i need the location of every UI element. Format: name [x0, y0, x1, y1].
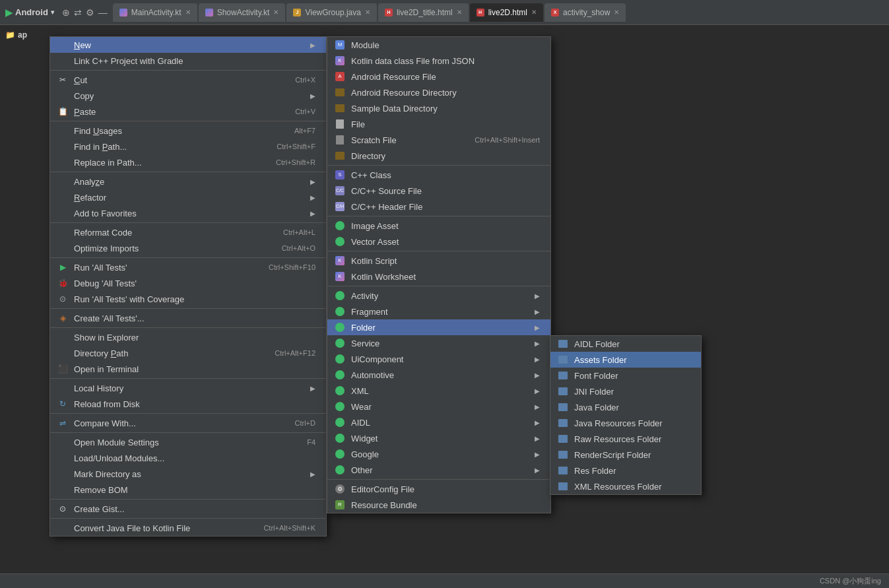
menu-item-automotive[interactable]: Automotive ▶	[327, 367, 550, 383]
menu-item-java-folder[interactable]: Java Folder	[550, 399, 701, 415]
resource-bundle-icon: R	[334, 499, 346, 511]
menu-item-compare[interactable]: ⇌ Compare With... Ctrl+D	[50, 415, 326, 431]
menu-item-cpp-header[interactable]: C/H C/C++ Header File	[327, 199, 550, 214]
menu-item-module[interactable]: M Module	[327, 37, 550, 53]
menu-item-copy[interactable]: Copy ▶	[50, 88, 326, 104]
menu-item-android-res-file[interactable]: A Android Resource File	[327, 69, 550, 84]
menu-item-google[interactable]: Google ▶	[327, 446, 550, 462]
menu-item-activity[interactable]: Activity ▶	[327, 288, 550, 304]
close-icon[interactable]: ✕	[185, 9, 191, 16]
menu-item-create-tests[interactable]: ◈ Create 'All Tests'...	[50, 310, 326, 326]
android-res-file-icon: A	[334, 71, 346, 82]
menu-item-wear[interactable]: Wear ▶	[327, 399, 550, 414]
menu-item-add-favorites[interactable]: Add to Favorites ▶	[50, 205, 326, 221]
tab-live2d[interactable]: H live2D.html ✕	[470, 3, 543, 22]
menu-item-local-history[interactable]: Local History ▶	[50, 380, 326, 396]
menu-item-service[interactable]: Service ▶	[327, 335, 550, 351]
menu-item-mark-dir[interactable]: Mark Directory as ▶	[50, 466, 326, 482]
xml-arrow: ▶	[535, 387, 540, 395]
menu-item-font-folder[interactable]: Font Folder	[550, 368, 701, 383]
close-icon-3[interactable]: ✕	[365, 9, 370, 16]
menu-item-editorconfig[interactable]: ⚙ EditorConfig File	[327, 481, 550, 497]
new-icon	[57, 39, 69, 51]
menu-item-directory[interactable]: Directory	[327, 148, 550, 164]
scratch-file-icon	[334, 134, 346, 146]
menu-item-remove-bom[interactable]: Remove BOM	[50, 482, 326, 498]
tab-live2d-title[interactable]: H live2D_title.html ✕	[378, 3, 469, 22]
menu-item-cpp-class[interactable]: S C++ Class	[327, 167, 550, 183]
menu-item-uicomponent[interactable]: UiComponent ▶	[327, 351, 550, 367]
menu-item-reformat[interactable]: Reformat Code Ctrl+Alt+L	[50, 224, 326, 240]
cpp-class-icon: S	[334, 169, 346, 181]
folder-arrow: ▶	[535, 324, 540, 331]
menu-item-dir-path[interactable]: Directory Path Ctrl+Alt+F12	[50, 345, 326, 361]
menu-item-optimize-imports[interactable]: Optimize Imports Ctrl+Alt+O	[50, 240, 326, 256]
menu-item-find-usages[interactable]: Find Usages Alt+F7	[50, 123, 326, 139]
tab-viewgroup[interactable]: J ViewGroup.java ✕	[286, 3, 377, 22]
android-label[interactable]: ▶ Android ▾	[5, 7, 54, 18]
menu-item-other[interactable]: Other ▶	[327, 462, 550, 478]
menu-item-convert-kotlin[interactable]: Convert Java File to Kotlin File Ctrl+Al…	[50, 520, 326, 536]
menu-item-refactor[interactable]: Refactor ▶	[50, 189, 326, 205]
menu-item-vector-asset[interactable]: Vector Asset	[327, 234, 550, 249]
menu-item-find-in-path[interactable]: Find in Path... Ctrl+Shift+F	[50, 139, 326, 154]
menu-item-kotlin-worksheet[interactable]: K Kotlin Worksheet	[327, 269, 550, 284]
menu-item-xml-resources-folder[interactable]: XML Resources Folder	[550, 478, 701, 494]
menu-item-fragment[interactable]: Fragment ▶	[327, 304, 550, 319]
close-icon-6[interactable]: ✕	[614, 9, 619, 16]
menu-item-scratch-file[interactable]: Scratch File Ctrl+Alt+Shift+Insert	[327, 132, 550, 148]
menu-item-new[interactable]: New ▶	[50, 37, 326, 53]
close-icon-2[interactable]: ✕	[273, 9, 279, 16]
menu-item-create-gist[interactable]: ⊙ Create Gist...	[50, 501, 326, 517]
android-icon: ▶	[5, 7, 13, 18]
menu-item-reload[interactable]: ↻ Reload from Disk	[50, 396, 326, 412]
tab-mainactivity[interactable]: MainActivity.kt ✕	[113, 3, 197, 22]
status-bar: CSDN @小狗蛋ing	[0, 573, 889, 588]
tab-showactivity[interactable]: ShowActivity.kt ✕	[199, 3, 286, 22]
close-icon-5[interactable]: ✕	[531, 9, 537, 16]
service-icon	[334, 337, 346, 349]
menu-item-kotlin-json[interactable]: K Kotlin data class File from JSON	[327, 53, 550, 69]
menu-item-debug-tests[interactable]: 🐞 Debug 'All Tests'	[50, 275, 326, 291]
menu-item-kotlin-script[interactable]: K Kotlin Script	[327, 253, 550, 269]
menu-item-resource-bundle[interactable]: R Resource Bundle	[327, 497, 550, 513]
create-test-icon: ◈	[57, 312, 69, 324]
tab-activity-show[interactable]: X activity_show ✕	[544, 3, 626, 22]
toolbar-icon-4[interactable]: —	[98, 7, 108, 18]
menu-item-jni-folder[interactable]: JNI Folder	[550, 383, 701, 399]
menu-item-run-tests[interactable]: ▶ Run 'All Tests' Ctrl+Shift+F10	[50, 259, 326, 275]
menu-item-res-folder[interactable]: Res Folder	[550, 463, 701, 478]
menu-item-renderscript-folder[interactable]: RenderScript Folder	[550, 447, 701, 463]
menu-item-cut[interactable]: ✂ Cut Ctrl+X	[50, 72, 326, 88]
menu-item-sample-data-dir[interactable]: Sample Data Directory	[327, 100, 550, 116]
menu-item-image-asset[interactable]: Image Asset	[327, 218, 550, 234]
refactor-icon	[57, 191, 69, 203]
menu-item-cpp-source[interactable]: C/C C/C++ Source File	[327, 183, 550, 199]
sep-5	[50, 257, 326, 258]
menu-item-android-res-dir[interactable]: Android Resource Directory	[327, 84, 550, 100]
res-folder-icon	[557, 465, 569, 476]
menu-item-link-cpp[interactable]: Link C++ Project with Gradle	[50, 53, 326, 69]
sep-6	[50, 308, 326, 309]
menu-item-paste[interactable]: 📋 Paste Ctrl+V	[50, 104, 326, 119]
close-icon-4[interactable]: ✕	[457, 9, 462, 16]
menu-item-module-settings[interactable]: Open Module Settings F4	[50, 434, 326, 450]
menu-item-assets-folder[interactable]: Assets Folder	[550, 352, 701, 368]
menu-item-widget[interactable]: Widget ▶	[327, 430, 550, 446]
toolbar-icon-1[interactable]: ⊕	[62, 7, 70, 18]
menu-item-analyze[interactable]: Analyze ▶	[50, 174, 326, 189]
toolbar-icon-3[interactable]: ⚙	[86, 7, 94, 18]
menu-item-load-modules[interactable]: Load/Unload Modules...	[50, 450, 326, 466]
menu-item-replace-in-path[interactable]: Replace in Path... Ctrl+Shift+R	[50, 154, 326, 170]
menu-item-run-coverage[interactable]: ⊙ Run 'All Tests' with Coverage	[50, 291, 326, 307]
menu-item-folder[interactable]: Folder ▶	[327, 319, 550, 335]
menu-item-aidl-folder[interactable]: AIDL Folder	[550, 336, 701, 352]
menu-item-show-explorer[interactable]: Show in Explorer	[50, 329, 326, 345]
menu-item-xml[interactable]: XML ▶	[327, 383, 550, 399]
menu-item-aidl[interactable]: AIDL ▶	[327, 414, 550, 430]
menu-item-terminal[interactable]: ⬛ Open in Terminal	[50, 361, 326, 377]
menu-item-raw-resources-folder[interactable]: Raw Resources Folder	[550, 431, 701, 447]
toolbar-icon-2[interactable]: ⇄	[74, 7, 82, 18]
menu-item-file[interactable]: File	[327, 116, 550, 132]
menu-item-java-resources-folder[interactable]: Java Resources Folder	[550, 415, 701, 431]
